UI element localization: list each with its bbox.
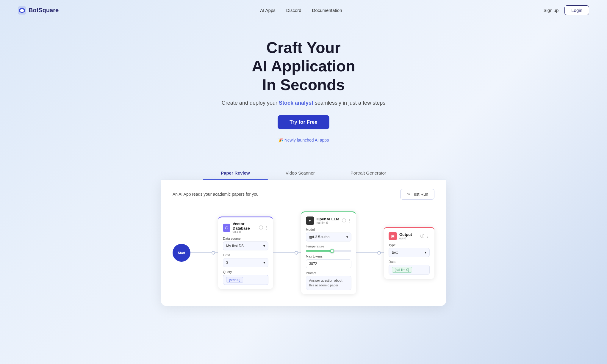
data-source-select[interactable]: My first DS ▾ [223,241,268,250]
vector-info-button[interactable]: ⓘ [259,225,263,230]
tabs-section: Paper Review Video Scanner Portrait Gene… [161,166,446,306]
output-card-header: ▣ Output out-0 ⓘ ⋮ [389,232,430,240]
navbar: BotSquare AI Apps Discord Documentation … [0,0,607,21]
slider-thumb [330,249,334,253]
output-title-text: Output out-0 [399,232,412,240]
data-source-label: Data source [223,237,268,240]
output-data-field: {oai-llm-0} [389,265,430,275]
panel-description: An AI App reads your academic papers for… [173,192,259,197]
openai-card-actions: ⓘ ⋮ [342,218,351,223]
hero-headline: Craft Your AI Application In Seconds [6,38,601,94]
logo[interactable]: BotSquare [18,6,59,15]
subtext-highlight: Stock analyst [279,100,313,106]
openai-card: ✦ OpenAI LLM oai-llm-0 ⓘ ⋮ Model gpt-3.5 [301,211,356,294]
nav-ai-apps[interactable]: AI Apps [260,8,276,13]
headline-line1: Craft Your [266,39,340,56]
vector-menu-button[interactable]: ⋮ [264,225,268,230]
output-icon: ▣ [389,232,397,240]
try-for-free-button[interactable]: Try for Free [278,115,329,129]
vector-icon: ⬡ [223,224,230,232]
new-apps-link[interactable]: 🎉 Newly launched AI apps [6,138,601,142]
openai-info-button[interactable]: ⓘ [342,218,346,223]
tab-paper-review[interactable]: Paper Review [203,166,268,180]
nav-documentation[interactable]: Documentation [312,8,342,13]
subtext-suffix: seamlessly in just a few steps [315,100,385,106]
connector-2a [273,252,294,253]
flow-diagram: Start ⬡ Vector Database v0.4 [173,208,434,297]
output-card-actions: ⓘ ⋮ [420,233,430,239]
max-tokens-label: Max tokens [306,255,351,258]
connector-1 [190,252,212,253]
signup-link[interactable]: Sign up [543,8,558,13]
prompt-textarea[interactable]: Answer question about this academic pape… [306,276,351,290]
openai-menu-button[interactable]: ⋮ [347,218,351,223]
subtext-prefix: Create and deploy your [222,100,277,106]
output-info-button[interactable]: ⓘ [420,233,424,239]
tab-portrait-generator[interactable]: Portrait Generator [333,166,404,180]
max-tokens-input[interactable]: 3072 [306,259,351,268]
dot-2 [295,251,298,255]
output-data-label: Data [389,260,430,263]
slider-fill [306,250,331,252]
start-tag: {start-0} [226,277,243,283]
nav-auth: Sign up Login [543,5,589,15]
hero-section: Craft Your AI Application In Seconds Cre… [0,21,607,154]
connector-2b [298,252,301,253]
headline-line3: In Seconds [262,76,345,93]
model-label: Model [306,228,351,231]
query-field: {start-0} [223,275,268,285]
demo-panel: An AI App reads your academic papers for… [161,180,446,306]
dot-1 [212,251,215,255]
nav-discord[interactable]: Discord [286,8,301,13]
limit-label: Limit [223,253,268,257]
panel-header: An AI App reads your academic papers for… [173,189,434,200]
temperature-label: Temperature [306,244,351,248]
logo-icon [18,6,26,15]
connector-3b [381,252,384,253]
vector-title-text: Vector Database v0.4.0 [233,222,259,234]
temperature-slider[interactable] [306,250,351,252]
limit-select[interactable]: 3 ▾ [223,258,268,267]
vector-card-header: ⬡ Vector Database v0.4.0 ⓘ ⋮ [223,222,268,234]
logo-text: BotSquare [29,7,59,14]
tab-video-scanner[interactable]: Video Scanner [268,166,333,180]
vector-card-actions: ⓘ ⋮ [259,225,268,230]
openai-card-header: ✦ OpenAI LLM oai-llm-0 ⓘ ⋮ [306,216,351,225]
openai-title-group: ✦ OpenAI LLM oai-llm-0 [306,216,340,225]
model-select[interactable]: gpt-3.5-turbo ▾ [306,233,351,241]
login-button[interactable]: Login [564,5,589,15]
new-apps-text: Newly launched AI apps [284,138,329,142]
headline-line2: AI Application [252,57,355,75]
tab-bar: Paper Review Video Scanner Portrait Gene… [161,166,446,180]
output-type-label: Type [389,243,430,247]
dot-3 [377,251,381,255]
prompt-label: Prompt [306,271,351,275]
connector-1b [215,252,218,253]
openai-title-text: OpenAI LLM oai-llm-0 [317,217,340,225]
output-type-select[interactable]: text ▾ [389,248,430,257]
vector-title-group: ⬡ Vector Database v0.4.0 [223,222,259,234]
output-menu-button[interactable]: ⋮ [425,234,430,239]
test-run-button[interactable]: ∞ Test Run [400,189,434,200]
output-card: ▣ Output out-0 ⓘ ⋮ Type text ▾ [384,227,434,279]
rocket-emoji: 🎉 [278,138,283,142]
vector-db-card: ⬡ Vector Database v0.4.0 ⓘ ⋮ Data source [218,216,273,289]
infinity-icon: ∞ [406,192,410,197]
start-node: Start [173,244,190,262]
nav-links: AI Apps Discord Documentation [260,8,342,13]
output-title-group: ▣ Output out-0 [389,232,412,240]
hero-subtext: Create and deploy your Stock analyst sea… [6,100,601,106]
output-data-tag: {oai-llm-0} [392,267,412,273]
connector-3a [356,252,377,253]
openai-icon: ✦ [306,216,314,225]
query-label: Query [223,270,268,274]
